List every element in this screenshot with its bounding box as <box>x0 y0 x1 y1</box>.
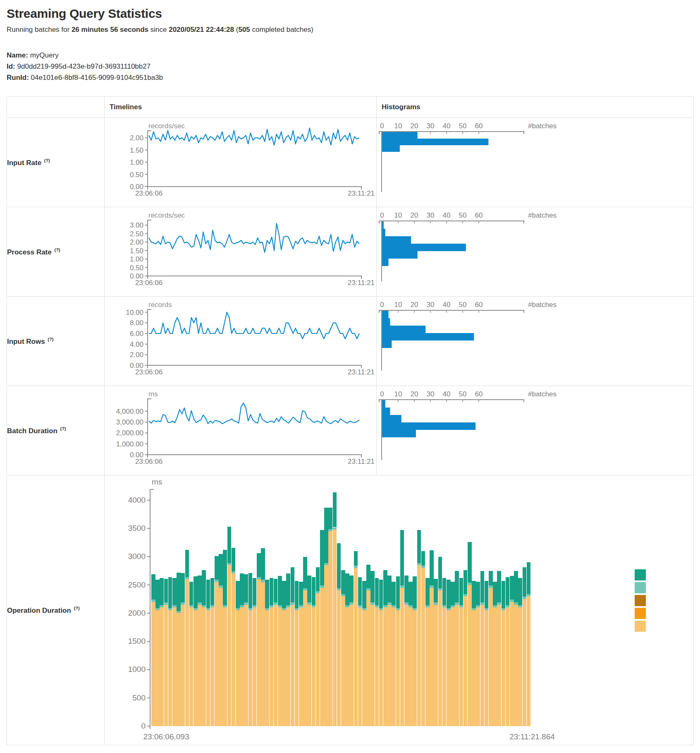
process-rate-histogram-chart: 0102030405060#batches <box>377 208 693 296</box>
svg-text:40: 40 <box>443 122 451 130</box>
operation-duration-help-icon[interactable]: (?) <box>74 606 80 611</box>
svg-text:#batches: #batches <box>528 211 557 219</box>
input-rate-label: Input Rate <box>7 158 41 166</box>
svg-text:23:06:06.093: 23:06:06.093 <box>143 732 189 741</box>
svg-text:4000: 4000 <box>128 496 146 504</box>
input-rows-timeline-chart: records0.002.004.006.008.0010.0023:06:06… <box>105 297 376 385</box>
svg-text:2.00: 2.00 <box>130 238 143 246</box>
svg-text:records: records <box>148 301 172 309</box>
input-rate-label-cell: Input Rate (?) <box>7 118 105 207</box>
svg-text:30: 30 <box>427 390 435 398</box>
input-rows-histogram-chart: 0102030405060#batches <box>377 297 693 385</box>
svg-text:3500: 3500 <box>128 524 146 532</box>
svg-text:3.00: 3.00 <box>130 221 143 229</box>
svg-text:23:06:06: 23:06:06 <box>135 368 162 376</box>
batch-duration-histogram-cell: 0102030405060#batches <box>377 386 694 475</box>
svg-text:30: 30 <box>427 211 435 219</box>
svg-text:0: 0 <box>380 122 384 130</box>
svg-text:ms: ms <box>152 477 162 486</box>
svg-text:1.00: 1.00 <box>130 158 143 166</box>
svg-text:23:11:21: 23:11:21 <box>348 368 375 376</box>
metric-column-header <box>7 97 105 118</box>
svg-text:0: 0 <box>380 211 384 219</box>
svg-text:ms: ms <box>148 390 158 398</box>
process-rate-histogram-cell: 0102030405060#batches <box>377 207 694 297</box>
svg-text:6.00: 6.00 <box>130 330 143 338</box>
histograms-column-header: Histograms <box>377 97 694 118</box>
operation-duration-label-cell: Operation Duration (?) <box>7 475 105 745</box>
query-name-value: myQuery <box>30 51 59 59</box>
input-rows-label: Input Rows <box>7 337 45 345</box>
batch-duration-timeline-cell: ms0.001,000.002,000.003,000.004,000.0023… <box>105 386 377 475</box>
summary-start-time: 2020/05/21 22:44:28 <box>169 26 234 34</box>
svg-text:2000: 2000 <box>128 609 146 617</box>
svg-text:0: 0 <box>141 722 146 730</box>
svg-text:50: 50 <box>459 211 467 219</box>
svg-text:50: 50 <box>459 301 467 309</box>
svg-text:#batches: #batches <box>528 390 557 398</box>
svg-text:10: 10 <box>394 301 402 309</box>
query-id-label: Id: <box>7 62 15 70</box>
summary-duration: 26 minutes 56 seconds <box>72 26 148 34</box>
svg-text:0.50: 0.50 <box>130 171 143 179</box>
query-id-value: 9d0dd219-995d-423e-b97d-36931110bb27 <box>17 62 151 70</box>
svg-text:2.00: 2.00 <box>130 351 143 359</box>
svg-text:1.50: 1.50 <box>130 146 143 154</box>
running-batches-summary: Running batches for 26 minutes 56 second… <box>7 26 693 34</box>
input-rate-help-icon[interactable]: (?) <box>44 158 50 163</box>
svg-text:1000: 1000 <box>128 665 146 674</box>
batch-duration-help-icon[interactable]: (?) <box>60 426 66 431</box>
svg-text:10: 10 <box>394 122 402 130</box>
statistics-table: Timelines Histograms Input Rate (?) reco… <box>7 96 694 745</box>
summary-batch-count: 505 <box>238 26 250 34</box>
svg-text:1,000.00: 1,000.00 <box>116 440 143 448</box>
table-header-row: Timelines Histograms <box>7 97 694 118</box>
svg-text:2500: 2500 <box>128 580 146 589</box>
svg-text:60: 60 <box>475 122 483 130</box>
query-runid-line: RunId: 04e101e6-8bf8-4165-9099-9104c951b… <box>7 72 693 83</box>
input-rate-timeline-cell: records/sec0.000.501.001.502.0023:06:062… <box>105 118 377 207</box>
input-rows-help-icon[interactable]: (?) <box>48 337 53 342</box>
svg-text:4.00: 4.00 <box>130 341 143 348</box>
svg-text:records/sec: records/sec <box>148 211 185 219</box>
svg-text:10.00: 10.00 <box>126 309 143 317</box>
process-rate-timeline-chart: records/sec0.000.501.001.502.002.503.002… <box>105 208 376 296</box>
summary-mid: since <box>148 26 169 34</box>
svg-text:3,000.00: 3,000.00 <box>116 418 143 426</box>
timelines-column-header: Timelines <box>105 97 377 118</box>
svg-text:40: 40 <box>443 211 451 219</box>
svg-text:records/sec: records/sec <box>148 122 185 130</box>
input-rate-timeline-chart: records/sec0.000.501.001.502.0023:06:062… <box>105 118 376 206</box>
process-rate-label-cell: Process Rate (?) <box>7 207 105 297</box>
batch-duration-row: Batch Duration (?) ms0.001,000.002,000.0… <box>7 386 694 475</box>
svg-text:2.00: 2.00 <box>130 134 143 142</box>
query-name-line: Name: myQuery <box>7 50 693 61</box>
query-runid-value: 04e101e6-8bf8-4165-9099-9104c951ba3b <box>31 74 163 82</box>
page: Streaming Query Statistics Running batch… <box>0 7 700 745</box>
svg-text:500: 500 <box>132 693 146 702</box>
svg-text:0.50: 0.50 <box>130 264 143 272</box>
operation-duration-label: Operation Duration <box>7 606 71 614</box>
process-rate-help-icon[interactable]: (?) <box>54 247 60 252</box>
svg-text:60: 60 <box>475 390 483 398</box>
svg-text:8.00: 8.00 <box>130 319 143 327</box>
svg-text:1.00: 1.00 <box>130 255 143 263</box>
svg-text:23:06:06: 23:06:06 <box>135 189 162 197</box>
svg-text:40: 40 <box>443 301 451 309</box>
query-name-label: Name: <box>7 51 28 59</box>
svg-text:30: 30 <box>427 122 435 130</box>
svg-text:20: 20 <box>411 122 418 130</box>
svg-text:23:11:21.864: 23:11:21.864 <box>509 732 555 741</box>
page-title: Streaming Query Statistics <box>7 7 693 21</box>
summary-open-paren: ( <box>234 26 238 34</box>
input-rows-histogram-cell: 0102030405060#batches <box>377 297 694 386</box>
svg-text:23:11:21: 23:11:21 <box>348 458 375 465</box>
svg-text:50: 50 <box>459 122 467 130</box>
svg-text:23:11:21: 23:11:21 <box>348 189 375 197</box>
svg-text:1500: 1500 <box>128 637 146 645</box>
process-rate-label: Process Rate <box>7 248 52 256</box>
process-rate-timeline-cell: records/sec0.000.501.001.502.002.503.002… <box>105 207 377 297</box>
process-rate-row: Process Rate (?) records/sec0.000.501.00… <box>7 207 694 297</box>
svg-text:2.50: 2.50 <box>130 230 143 238</box>
svg-text:23:06:06: 23:06:06 <box>135 279 162 287</box>
